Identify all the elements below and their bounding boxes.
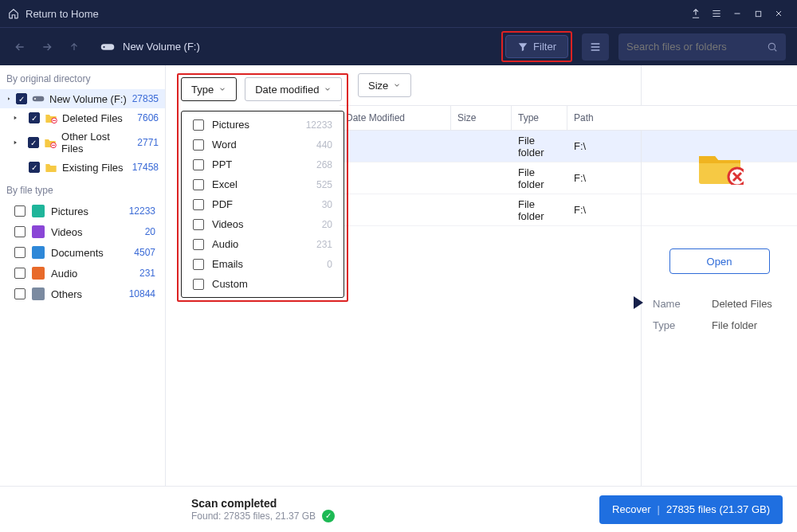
checkbox[interactable] [193,199,204,210]
filetype-label: Audio [51,268,77,280]
checkbox[interactable] [193,279,204,290]
type-filter-label: Type [191,84,214,96]
filetype-count: 10844 [129,288,155,299]
dropdown-item[interactable]: Audio231 [182,234,344,254]
dropdown-item[interactable]: Videos20 [182,214,344,234]
svg-rect-0 [756,11,760,16]
tree-item[interactable]: ✓Existing Files17458 [0,158,165,177]
filetype-item[interactable]: Others10844 [0,284,165,304]
checkbox[interactable]: ✓ [16,93,27,104]
checkbox[interactable] [14,226,26,237]
filetype-item[interactable]: Pictures12233 [0,201,165,221]
view-menu-button[interactable] [582,33,609,61]
dropdown-item[interactable]: Emails0 [182,254,344,274]
sidebar: By original directory ✓New Volume (F:)27… [0,65,166,486]
checkbox[interactable] [193,139,204,151]
home-icon [8,8,19,19]
up-button[interactable] [65,38,83,56]
search-icon [767,41,778,53]
filetype-item[interactable]: Audio231 [0,263,165,284]
share-icon[interactable] [685,3,706,24]
dropdown-item[interactable]: Custom [182,274,344,294]
checkbox[interactable] [193,179,204,190]
close-button[interactable] [768,3,789,24]
drive-icon [100,43,115,51]
dropdown-label: Excel [212,178,238,190]
size-filter-label: Size [368,80,388,92]
meta-type-key: Type [653,319,693,331]
folder-icon [32,92,45,105]
tree-item[interactable]: ✓Deleted Files7606 [0,108,165,127]
checkbox[interactable] [193,119,204,131]
checkbox[interactable] [193,219,204,230]
check-icon: ✓ [322,510,335,522]
tree-label: Existing Files [62,162,124,174]
recover-detail: 27835 files (21.37 GB) [666,503,770,515]
filter-label: Filter [533,41,556,53]
tree-count: 27835 [132,93,159,104]
size-filter-combo[interactable]: Size [358,73,411,97]
checkbox[interactable] [14,205,26,217]
filters-bar: Type Date modified Pictures12233Word440P… [166,65,641,310]
checkbox[interactable] [14,288,26,299]
dropdown-label: PDF [212,198,233,210]
back-button[interactable] [11,38,29,56]
scan-status-subtitle: Found: 27835 files, 21.37 GB [191,510,316,522]
date-filter-label: Date modified [255,84,319,96]
checkbox[interactable] [14,268,26,279]
dropdown-label: Emails [212,258,243,270]
type-filter-dropdown: Pictures12233Word440PPT268Excel525PDF30V… [181,111,344,298]
filetype-icon [32,225,45,238]
hamburger-icon[interactable] [706,3,727,24]
filter-highlight: Filter [501,31,572,62]
checkbox[interactable] [193,259,204,270]
chevron-down-icon [218,85,226,93]
date-filter-combo[interactable]: Date modified [245,77,342,101]
titlebar: Return to Home [0,0,797,27]
dropdown-item[interactable]: Excel525 [182,174,344,194]
svg-point-5 [34,98,36,100]
minimize-button[interactable] [727,3,748,24]
filetype-icon [32,205,45,217]
dropdown-item[interactable]: Word440 [182,135,344,155]
recover-button[interactable]: Recover | 27835 files (21.37 GB) [599,495,783,524]
meta-name-val: Deleted Files [712,298,772,310]
dropdown-count: 268 [316,159,332,170]
dropdown-label: Pictures [212,119,249,131]
filetype-item[interactable]: Videos20 [0,221,165,242]
filetype-count: 4507 [134,247,155,258]
maximize-button[interactable] [748,3,768,24]
filetype-item[interactable]: Documents4507 [0,242,165,263]
svg-point-3 [768,43,775,49]
dropdown-item[interactable]: PPT268 [182,155,344,174]
breadcrumb[interactable]: New Volume (F:) [92,41,200,53]
svg-rect-1 [101,44,115,50]
dropdown-label: Audio [212,238,238,250]
dropdown-count: 231 [316,239,332,250]
filter-button[interactable]: Filter [505,35,568,58]
search-input[interactable] [626,41,760,53]
checkbox[interactable] [14,247,26,258]
tree-item[interactable]: ✓Other Lost Files2771 [0,127,165,158]
sidebar-type-header: By file type [0,177,165,201]
return-home-button[interactable]: Return to Home [8,8,99,20]
open-button[interactable]: Open [669,248,770,274]
dropdown-item[interactable]: Pictures12233 [182,115,344,135]
checkbox[interactable]: ✓ [29,162,40,173]
meta-name-key: Name [653,298,693,310]
forward-button[interactable] [38,38,56,56]
svg-rect-4 [33,96,45,102]
checkbox[interactable]: ✓ [29,112,40,123]
dropdown-count: 20 [322,219,332,230]
checkbox[interactable] [193,159,204,170]
type-filter-combo[interactable]: Type [181,77,237,101]
checkbox[interactable] [193,239,204,250]
dropdown-item[interactable]: PDF30 [182,194,344,214]
checkbox[interactable]: ✓ [28,137,39,148]
filetype-count: 20 [145,226,155,237]
footer: Scan completed Found: 27835 files, 21.37… [0,486,797,532]
tree-item[interactable]: ✓New Volume (F:)27835 [0,89,165,108]
search-box[interactable] [618,33,786,61]
dropdown-label: Word [212,139,237,151]
dropdown-count: 12233 [306,119,332,131]
